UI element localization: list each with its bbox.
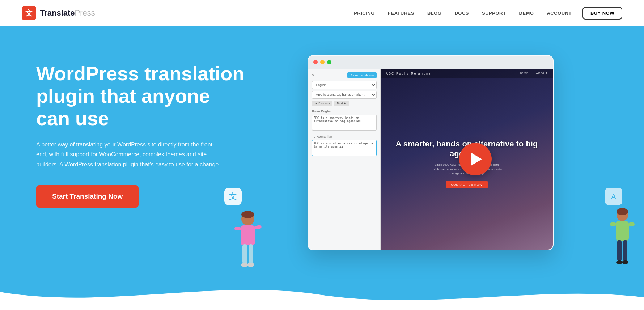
- nav-features[interactable]: FEATURES: [388, 10, 414, 16]
- browser-body: × Save translation English ABC is a smar…: [308, 69, 553, 250]
- character-left: [232, 209, 264, 281]
- translation-panel: × Save translation English ABC is a smar…: [308, 69, 381, 250]
- site-nav-about: ABOUT: [536, 72, 548, 75]
- svg-rect-15: [623, 240, 627, 262]
- site-cta-button[interactable]: CONTACT US NOW: [446, 181, 487, 188]
- translate-icon-right: A: [611, 192, 616, 201]
- svg-rect-12: [610, 222, 616, 226]
- to-label: To Romanian: [312, 135, 377, 139]
- site-brand-text: ABC Public Relations: [386, 72, 431, 75]
- person-left-svg: [232, 209, 264, 281]
- svg-rect-14: [617, 240, 622, 262]
- nav-blog[interactable]: BLOG: [427, 10, 442, 16]
- character-right: [608, 205, 637, 281]
- browser-minimize-dot: [320, 60, 325, 64]
- hero-left: WordPress translation plugin that anyone…: [36, 48, 246, 208]
- hero-right: × Save translation English ABC is a smar…: [246, 48, 615, 250]
- next-button[interactable]: Next ►: [334, 101, 349, 106]
- svg-point-1: [241, 211, 254, 218]
- site-nav-home: HOME: [518, 72, 529, 75]
- nav-links: PRICING FEATURES BLOG DOCS SUPPORT DEMO …: [354, 10, 572, 16]
- logo-bold: Translate: [40, 8, 75, 17]
- nav-account[interactable]: ACCOUNT: [547, 10, 572, 16]
- panel-close-icon[interactable]: ×: [312, 73, 314, 78]
- person-right-svg: [608, 205, 637, 281]
- panel-nav-row: ◄ Previous Next ►: [312, 101, 377, 106]
- to-text-area[interactable]: [312, 140, 377, 156]
- hero-description: A better way of translating your WordPre…: [36, 140, 224, 169]
- play-button[interactable]: [459, 143, 492, 175]
- from-text-area[interactable]: [312, 115, 377, 131]
- translate-float-icon-right: A: [605, 188, 622, 205]
- nav-pricing[interactable]: PRICING: [354, 10, 375, 16]
- logo-light: Press: [75, 8, 95, 17]
- logo-icon: 文: [22, 6, 36, 20]
- panel-header: × Save translation: [312, 72, 377, 78]
- hero-title: WordPress translation plugin that anyone…: [36, 62, 246, 129]
- save-translation-button[interactable]: Save translation: [347, 72, 377, 78]
- translate-float-icon-left: 文: [224, 188, 242, 205]
- browser-close-dot: [313, 60, 318, 64]
- svg-point-16: [616, 260, 623, 264]
- logo-text: TranslatePress: [40, 8, 95, 18]
- prev-button[interactable]: ◄ Previous: [312, 101, 332, 106]
- nav-support[interactable]: SUPPORT: [482, 10, 506, 16]
- svg-rect-11: [616, 221, 629, 241]
- svg-point-17: [622, 260, 628, 264]
- wave-bottom: [0, 277, 644, 310]
- play-icon: [471, 153, 482, 166]
- start-translating-button[interactable]: Start Translating Now: [36, 185, 139, 208]
- hero-section: WordPress translation plugin that anyone…: [0, 26, 644, 310]
- svg-rect-2: [241, 225, 255, 245]
- navbar: 文 TranslatePress PRICING FEATURES BLOG D…: [0, 0, 644, 26]
- site-preview: ABC Public Relations HOME ABOUT A smarte…: [381, 69, 553, 250]
- svg-rect-5: [242, 244, 247, 264]
- browser-maximize-dot: [327, 60, 331, 64]
- svg-point-10: [617, 208, 628, 215]
- svg-rect-6: [249, 244, 253, 264]
- svg-rect-4: [254, 225, 262, 230]
- logo-area: 文 TranslatePress: [22, 6, 95, 20]
- svg-rect-3: [234, 227, 241, 230]
- text-select[interactable]: ABC is a smarter, hands on alter...: [312, 91, 377, 99]
- from-label: From English: [312, 110, 377, 113]
- svg-point-8: [247, 263, 254, 267]
- nav-docs[interactable]: DOCS: [454, 10, 469, 16]
- language-select[interactable]: English: [312, 81, 377, 89]
- browser-mockup: × Save translation English ABC is a smar…: [308, 55, 554, 250]
- buy-now-button[interactable]: BUY NOW: [582, 7, 622, 20]
- browser-toolbar: [308, 56, 553, 69]
- svg-rect-13: [628, 222, 635, 226]
- translate-icon-left: 文: [229, 191, 237, 202]
- site-navbar: ABC Public Relations HOME ABOUT: [381, 69, 553, 78]
- nav-demo[interactable]: DEMO: [519, 10, 534, 16]
